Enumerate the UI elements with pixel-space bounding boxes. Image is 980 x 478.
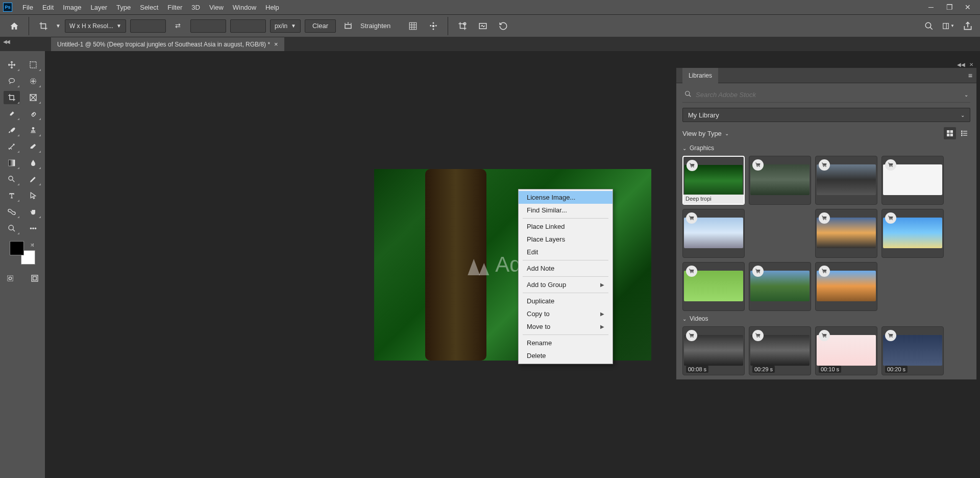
cart-icon[interactable] bbox=[885, 330, 896, 341]
cart-icon[interactable] bbox=[686, 212, 697, 224]
menu-window[interactable]: Window bbox=[233, 4, 256, 11]
context-menu-item[interactable]: Add to Group▶ bbox=[519, 278, 612, 291]
menu-help[interactable]: Help bbox=[265, 4, 279, 11]
straighten-icon[interactable] bbox=[340, 18, 356, 34]
cart-icon[interactable] bbox=[819, 266, 830, 277]
share-button[interactable] bbox=[962, 20, 974, 32]
crop-tool[interactable] bbox=[4, 91, 20, 104]
menu-type[interactable]: Type bbox=[116, 4, 131, 11]
type-tool[interactable] bbox=[4, 189, 20, 202]
graphic-thumbnail[interactable] bbox=[881, 209, 944, 258]
context-menu-item[interactable]: Add Note bbox=[519, 262, 612, 275]
color-swatches[interactable]: ⤭ bbox=[10, 241, 35, 265]
frame-tool[interactable] bbox=[25, 91, 41, 104]
chevron-down-icon[interactable]: ⌄ bbox=[964, 92, 968, 98]
foreground-color[interactable] bbox=[10, 241, 24, 255]
minimize-button[interactable]: ─ bbox=[927, 3, 935, 11]
graphic-thumbnail[interactable] bbox=[815, 209, 877, 258]
menu-layer[interactable]: Layer bbox=[91, 4, 108, 11]
cart-icon[interactable] bbox=[819, 159, 830, 171]
more-tools[interactable]: ••• bbox=[25, 222, 41, 235]
document-tab[interactable]: Untitled-1 @ 50% (Deep tropical jungles … bbox=[51, 37, 284, 51]
collapse-panel-icon[interactable]: ◀◀ bbox=[3, 39, 9, 44]
maximize-button[interactable]: ❐ bbox=[945, 3, 953, 11]
context-menu-item[interactable]: Rename bbox=[519, 337, 612, 349]
cart-icon[interactable] bbox=[819, 212, 830, 224]
crop-preset-dropdown[interactable]: W x H x Resol...▼ bbox=[65, 19, 126, 33]
graphic-thumbnail[interactable] bbox=[682, 209, 745, 258]
context-menu-item[interactable]: Move to▶ bbox=[519, 320, 612, 333]
cart-icon[interactable] bbox=[752, 266, 764, 277]
graphic-thumbnail[interactable] bbox=[881, 156, 944, 205]
close-panel-icon[interactable]: ✕ bbox=[969, 62, 973, 67]
height-input[interactable] bbox=[190, 19, 226, 33]
unit-dropdown[interactable]: px/in▼ bbox=[270, 19, 301, 33]
clear-button[interactable]: Clear bbox=[305, 19, 336, 33]
cart-icon[interactable] bbox=[752, 159, 764, 171]
context-menu-item[interactable]: Duplicate bbox=[519, 295, 612, 307]
pen-tool[interactable] bbox=[25, 173, 41, 186]
context-menu-item[interactable]: Place Layers bbox=[519, 233, 612, 246]
panel-menu-icon[interactable]: ≡ bbox=[968, 71, 972, 80]
list-view-button[interactable] bbox=[958, 127, 970, 139]
eraser-tool[interactable] bbox=[25, 140, 41, 153]
context-menu-item[interactable]: Delete bbox=[519, 349, 612, 362]
menu-image[interactable]: Image bbox=[63, 4, 81, 11]
graphic-thumbnail[interactable]: Deep tropi bbox=[682, 156, 745, 205]
grid-view-button[interactable] bbox=[944, 127, 956, 139]
stamp-tool[interactable] bbox=[25, 124, 41, 137]
zoom-tool[interactable] bbox=[4, 222, 20, 235]
delete-pixels-button[interactable] bbox=[454, 18, 471, 34]
graphic-thumbnail[interactable] bbox=[815, 262, 877, 311]
menu-edit[interactable]: Edit bbox=[42, 4, 54, 11]
video-thumbnail[interactable]: 00:29 s bbox=[749, 326, 811, 375]
cart-icon[interactable] bbox=[885, 159, 896, 171]
menu-filter[interactable]: Filter bbox=[167, 4, 182, 11]
video-thumbnail[interactable]: 00:20 s bbox=[881, 326, 944, 375]
dodge-tool[interactable] bbox=[4, 173, 20, 186]
crop-tool-icon[interactable] bbox=[35, 18, 52, 34]
path-select-tool[interactable] bbox=[25, 189, 41, 202]
screen-mode-button[interactable] bbox=[27, 272, 43, 285]
workspace-button[interactable]: ▼ bbox=[942, 20, 954, 32]
menu-3d[interactable]: 3D bbox=[191, 4, 200, 11]
gradient-tool[interactable] bbox=[4, 156, 20, 170]
video-thumbnail[interactable]: 00:08 s bbox=[682, 326, 745, 375]
menu-view[interactable]: View bbox=[209, 4, 224, 11]
content-aware-button[interactable] bbox=[475, 18, 491, 34]
healing-tool[interactable] bbox=[25, 107, 41, 121]
graphic-thumbnail[interactable] bbox=[682, 262, 745, 311]
menu-select[interactable]: Select bbox=[140, 4, 158, 11]
cart-icon[interactable] bbox=[686, 330, 697, 341]
videos-section-header[interactable]: ⌄Videos bbox=[682, 315, 970, 322]
menu-file[interactable]: File bbox=[22, 4, 33, 11]
video-thumbnail[interactable]: 00:10 s bbox=[815, 326, 877, 375]
close-button[interactable]: ✕ bbox=[964, 3, 972, 11]
resolution-input[interactable] bbox=[230, 19, 266, 33]
graphic-thumbnail[interactable] bbox=[815, 156, 877, 205]
context-menu-item[interactable]: Copy to▶ bbox=[519, 307, 612, 320]
hand-tool[interactable] bbox=[25, 205, 41, 219]
swap-colors-icon[interactable]: ⤭ bbox=[30, 242, 34, 248]
context-menu-item[interactable]: Find Similar... bbox=[519, 204, 612, 217]
cart-icon[interactable] bbox=[819, 330, 830, 341]
cart-icon[interactable] bbox=[885, 212, 896, 224]
view-by-type-dropdown[interactable]: View by Type⌄ bbox=[682, 130, 729, 137]
brush-tool[interactable] bbox=[4, 124, 20, 137]
cart-icon[interactable] bbox=[686, 266, 697, 277]
search-input[interactable] bbox=[696, 91, 964, 99]
blur-tool[interactable] bbox=[25, 156, 41, 170]
cart-icon[interactable] bbox=[687, 160, 698, 171]
search-icon[interactable] bbox=[923, 20, 935, 32]
lasso-tool[interactable] bbox=[4, 75, 20, 88]
quick-mask-button[interactable] bbox=[2, 272, 18, 285]
quick-select-tool[interactable] bbox=[25, 75, 41, 88]
width-input[interactable] bbox=[130, 19, 166, 33]
grid-overlay-button[interactable] bbox=[405, 18, 421, 34]
cart-icon[interactable] bbox=[752, 330, 764, 341]
graphics-section-header[interactable]: ⌄Graphics bbox=[682, 145, 970, 152]
history-brush-tool[interactable] bbox=[4, 140, 20, 153]
close-tab-icon[interactable]: × bbox=[274, 40, 278, 48]
context-menu-item[interactable]: Edit bbox=[519, 246, 612, 258]
library-selector[interactable]: My Library ⌄ bbox=[682, 108, 970, 122]
